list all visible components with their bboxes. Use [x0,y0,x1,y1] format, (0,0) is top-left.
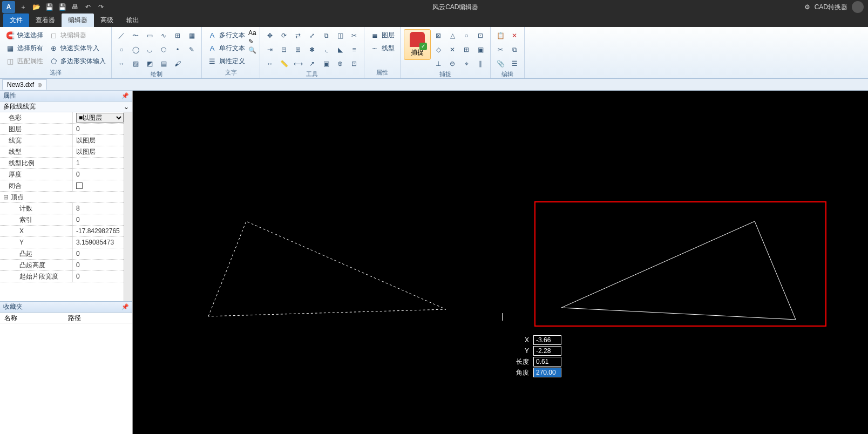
spline-icon[interactable]: ∿ [157,29,170,42]
arc-icon[interactable]: ◡ [143,43,156,56]
offset-icon[interactable]: ◫ [334,29,347,42]
edit-delete-icon[interactable]: ✕ [508,29,521,42]
print-icon[interactable]: 🖶 [69,1,81,13]
explode-icon[interactable]: ✱ [306,43,318,56]
gear-icon[interactable]: ⚙ [804,3,810,11]
rect-icon[interactable]: ▭ [143,29,156,42]
snap-tan-icon[interactable]: ⊖ [446,57,459,70]
prop-lt-value[interactable]: 以图层 [72,146,124,157]
snap-mid-icon[interactable]: △ [446,29,459,42]
stretch-icon[interactable]: ↔ [263,57,276,70]
quick-entity-import-button[interactable]: ⊕快速实体导入 [46,42,108,54]
break-icon[interactable]: ⊟ [277,43,290,56]
mtext-button[interactable]: A多行文本 [205,29,247,41]
line-icon[interactable]: ／ [115,29,128,42]
edit-copy-icon[interactable]: ⧉ [508,43,521,56]
prop-bulge-value[interactable]: 0 [72,248,124,259]
match-props-button[interactable]: ◫匹配属性 [3,55,45,67]
prop-index-value[interactable]: 0 [72,214,124,225]
dim-icon[interactable]: ⟷ [291,57,304,70]
textstyle-icon[interactable]: Aa [248,29,256,37]
coord-ang-input[interactable]: 270.00 [533,368,561,377]
snap-ins-icon[interactable]: ▣ [474,43,487,56]
undo-icon[interactable]: ↶ [82,1,94,13]
chamfer-icon[interactable]: ◣ [334,43,347,56]
rotate-icon[interactable]: ⟳ [277,29,290,42]
layer-button[interactable]: ≣图层 [368,29,397,41]
extend-icon[interactable]: ⇥ [263,43,276,56]
brush-icon[interactable]: ✎ [185,43,198,56]
polygon2-icon[interactable]: ⬡ [157,43,170,56]
ellipse-icon[interactable]: ◯ [129,43,142,56]
trim-icon[interactable]: ✂ [348,29,361,42]
edit-paste-icon[interactable]: 📋 [494,29,507,42]
coord-len-input[interactable]: 0.61 [533,357,561,367]
tab-file[interactable]: 文件 [3,13,29,27]
quick-select-button[interactable]: 🧲快速选择 [3,29,45,41]
tab-viewer[interactable]: 查看器 [29,13,62,27]
new-icon[interactable]: ＋ [17,1,29,13]
fav-col-name[interactable]: 名称 [0,313,64,323]
textedit-icon[interactable]: ✎ [248,38,256,45]
doc-tab-close-icon[interactable]: ⊗ [37,82,42,89]
fav-col-path[interactable]: 路径 [64,313,85,323]
find-icon[interactable]: 🔍 [248,46,256,54]
point-icon[interactable]: • [171,43,184,56]
prop-color-value[interactable]: ■以图层 [72,112,124,123]
properties-scrollbar[interactable] [124,112,132,301]
user-avatar-icon[interactable] [852,1,864,13]
mirror-icon[interactable]: ⇄ [291,29,304,42]
prop-count-value[interactable]: 8 [72,203,124,214]
select-all-button[interactable]: ▦选择所有 [3,42,45,54]
fillet-icon[interactable]: ◟ [320,43,333,56]
polygon-entity-input-button[interactable]: ⬠多边形实体输入 [46,55,108,67]
prop-bulgeh-value[interactable]: 0 [72,260,124,270]
checkbox-icon[interactable] [76,182,83,189]
prop-vertex-section[interactable]: 顶点 [0,192,124,202]
scale-icon[interactable]: ⤢ [306,29,318,42]
align-icon[interactable]: ≡ [348,43,361,56]
coord-y-input[interactable]: -2.28 [533,346,561,356]
insert-icon[interactable]: ⊕ [334,57,347,70]
xline-icon[interactable]: ↔ [115,57,128,70]
group-icon[interactable]: ⊡ [348,57,361,70]
edit-props-icon[interactable]: ☰ [508,57,521,70]
save-icon[interactable]: 💾 [43,1,55,13]
tab-advanced[interactable]: 高级 [94,13,120,27]
snap-perp-icon[interactable]: ⊥ [432,57,445,70]
properties-type-dropdown[interactable]: 多段线线宽 ⌄ [0,101,132,112]
pin-icon[interactable]: 📌 [121,92,129,99]
prop-startw-value[interactable]: 0 [72,271,124,282]
hatch-icon[interactable]: ▦ [185,29,198,42]
copy-icon[interactable]: ⧉ [320,29,333,42]
prop-ltscale-value[interactable]: 1 [72,158,124,168]
linetype-button[interactable]: ┄线型 [368,42,397,54]
polyline-icon[interactable]: 〜 [129,29,142,42]
snap-big-button[interactable]: 捕捉 [404,29,431,60]
snap-quad-icon[interactable]: ◇ [432,43,445,56]
saveas-icon[interactable]: 💾 [56,1,68,13]
block2-icon[interactable]: ▣ [320,57,333,70]
measure-icon[interactable]: 📏 [277,57,290,70]
block-editor-button[interactable]: ◻块编辑器 [46,29,108,41]
move-icon[interactable]: ✥ [263,29,276,42]
join-icon[interactable]: ⊞ [291,43,304,56]
region-icon[interactable]: ◩ [143,57,156,70]
prop-thick-value[interactable]: 0 [72,169,124,180]
tab-editor[interactable]: 编辑器 [62,13,94,27]
table-icon[interactable]: ▤ [157,57,170,70]
favorites-pin-icon[interactable]: 📌 [121,303,129,310]
edit-clip-icon[interactable]: 📎 [494,57,507,70]
snap-ext-icon[interactable]: ⊞ [460,43,473,56]
snap-near-icon[interactable]: ⌖ [460,57,473,70]
prop-lw-value[interactable]: 以图层 [72,135,124,146]
edit-cut-icon[interactable]: ✂ [494,43,507,56]
snap-node-icon[interactable]: ⊡ [474,29,487,42]
snap-end-icon[interactable]: ⊠ [432,29,445,42]
prop-layer-value[interactable]: 0 [72,124,124,134]
text-button[interactable]: A单行文本 [205,42,247,54]
snap-center-icon[interactable]: ○ [460,29,473,42]
prop-y-value[interactable]: 3.159085473 [72,237,124,248]
prop-x-value[interactable]: -17.842982765 [72,226,124,236]
open-icon[interactable]: 📂 [30,1,42,13]
